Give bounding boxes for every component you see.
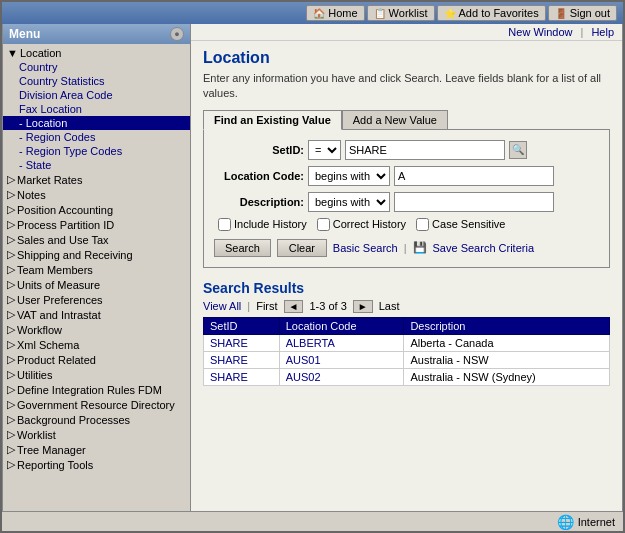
include-history-checkbox[interactable] [218,218,231,231]
setid-col-header: SetID [204,317,280,334]
row2-setid-link[interactable]: SHARE [210,354,248,366]
fax-location-link[interactable]: Fax Location [19,103,82,115]
location-code-operator-select[interactable]: begins with [308,166,390,186]
row1-setid-link[interactable]: SHARE [210,337,248,349]
sidebar-item-fax-location[interactable]: Fax Location [3,102,190,116]
sidebar-collapse-icon[interactable]: ● [170,27,184,41]
sidebar-item-market-rates[interactable]: ▷ Market Rates [3,172,190,187]
sidebar-item-region-type-codes[interactable]: - Region Type Codes [3,144,190,158]
internet-icon: 🌐 [557,514,574,530]
include-history-label[interactable]: Include History [218,218,307,231]
product-label: Product Related [17,354,96,366]
location-code-row: Location Code: begins with [214,166,599,186]
shipping-receiving-label: Shipping and Receiving [17,249,133,261]
prev-page-button[interactable]: ◄ [284,300,304,313]
sidebar-item-vat-intrastat[interactable]: ▷ VAT and Intrastat [3,307,190,322]
worklist-nav-item[interactable]: 📋 Worklist [367,5,435,21]
sidebar-item-division-area-code[interactable]: Division Area Code [3,88,190,102]
correct-history-label[interactable]: Correct History [317,218,406,231]
sidebar-item-user-preferences[interactable]: ▷ User Preferences [3,292,190,307]
save-criteria-link[interactable]: Save Search Criteria [433,242,535,254]
page-content: Location Enter any information you have … [191,41,622,394]
sidebar-item-country-statistics[interactable]: Country Statistics [3,74,190,88]
sidebar-item-team-members[interactable]: ▷ Team Members [3,262,190,277]
sidebar-item-xml-schema[interactable]: ▷ Xml Schema [3,337,190,352]
region-type-codes-link[interactable]: - Region Type Codes [19,145,122,157]
clear-button[interactable]: Clear [277,239,327,257]
sidebar-content: ▼ Location Country Country Statistics Di… [3,44,190,474]
description-col-header: Description [404,317,610,334]
sidebar-item-worklist[interactable]: ▷ Worklist [3,427,190,442]
team-members-label: Team Members [17,264,93,276]
next-page-button[interactable]: ► [353,300,373,313]
location-code-label: Location Code: [214,170,304,182]
sidebar-item-reporting-tools[interactable]: ▷ Reporting Tools [3,457,190,472]
location-code-input[interactable] [394,166,554,186]
sidebar-item-notes[interactable]: ▷ Notes [3,187,190,202]
status-bar: 🌐 Internet [2,511,623,531]
content-area: New Window | Help Location Enter any inf… [191,24,622,514]
setid-label: SetID: [214,144,304,156]
sidebar-item-state[interactable]: - State [3,158,190,172]
description-label: Description: [214,196,304,208]
sidebar-item-background-processes[interactable]: ▷ Background Processes [3,412,190,427]
reporting-expand-icon: ▷ [7,458,15,471]
country-link[interactable]: Country [19,61,58,73]
country-statistics-link[interactable]: Country Statistics [19,75,105,87]
view-all-link[interactable]: View All [203,300,241,312]
sidebar-item-workflow[interactable]: ▷ Workflow [3,322,190,337]
help-link[interactable]: Help [591,26,614,38]
row2-location-link[interactable]: AUS01 [286,354,321,366]
sidebar-header: Menu ● [3,24,190,44]
setid-search-icon[interactable]: 🔍 [509,141,527,159]
sidebar-item-process-partition[interactable]: ▷ Process Partition ID [3,217,190,232]
row3-location-code: AUS02 [279,368,404,385]
division-area-code-link[interactable]: Division Area Code [19,89,113,101]
row3-location-link[interactable]: AUS02 [286,371,321,383]
setid-input[interactable] [345,140,505,160]
region-codes-link[interactable]: - Region Codes [19,131,95,143]
favorites-label: Add to Favorites [459,7,539,19]
sidebar-item-govt-resource[interactable]: ▷ Government Resource Directory [3,397,190,412]
user-prefs-expand-icon: ▷ [7,293,15,306]
sidebar-item-location[interactable]: - Location [3,116,190,130]
results-header-row: SetID Location Code Description [204,317,610,334]
row3-setid-link[interactable]: SHARE [210,371,248,383]
sidebar-item-product-related[interactable]: ▷ Product Related [3,352,190,367]
results-table: SetID Location Code Description [203,317,610,386]
home-nav-item[interactable]: 🏠 Home [306,5,364,21]
case-sensitive-label[interactable]: Case Sensitive [416,218,505,231]
signout-nav-item[interactable]: 🚪 Sign out [548,5,617,21]
sidebar-item-country[interactable]: Country [3,60,190,74]
add-new-tab[interactable]: Add a New Value [342,110,448,130]
favorites-nav-item[interactable]: ⭐ Add to Favorites [437,5,546,21]
description-operator-select[interactable]: begins with [308,192,390,212]
location-code-col-header: Location Code [279,317,404,334]
sidebar-item-tree-manager[interactable]: ▷ Tree Manager [3,442,190,457]
sidebar-item-region-codes[interactable]: - Region Codes [3,130,190,144]
case-sensitive-text: Case Sensitive [432,218,505,230]
worklist-sidebar-label: Worklist [17,429,56,441]
sidebar-item-shipping-receiving[interactable]: ▷ Shipping and Receiving [3,247,190,262]
search-button[interactable]: Search [214,239,271,257]
new-window-link[interactable]: New Window [508,26,572,38]
sidebar-item-utilities[interactable]: ▷ Utilities [3,367,190,382]
sidebar-item-units-measure[interactable]: ▷ Units of Measure [3,277,190,292]
sidebar-item-position-accounting[interactable]: ▷ Position Accounting [3,202,190,217]
home-label: Home [328,7,357,19]
row1-location-link[interactable]: ALBERTA [286,337,335,349]
setid-row: SetID: = 🔍 [214,140,599,160]
case-sensitive-checkbox[interactable] [416,218,429,231]
find-existing-tab[interactable]: Find an Existing Value [203,110,342,130]
last-label: Last [379,300,400,312]
correct-history-checkbox[interactable] [317,218,330,231]
basic-search-link[interactable]: Basic Search [333,242,398,254]
sidebar-item-sales-use-tax[interactable]: ▷ Sales and Use Tax [3,232,190,247]
description-input[interactable] [394,192,554,212]
state-link[interactable]: - State [19,159,51,171]
pos-accounting-expand-icon: ▷ [7,203,15,216]
sidebar-item-define-integration[interactable]: ▷ Define Integration Rules FDM [3,382,190,397]
setid-operator-select[interactable]: = [308,140,341,160]
sidebar-item-location-group[interactable]: ▼ Location [3,46,190,60]
define-integration-expand-icon: ▷ [7,383,15,396]
